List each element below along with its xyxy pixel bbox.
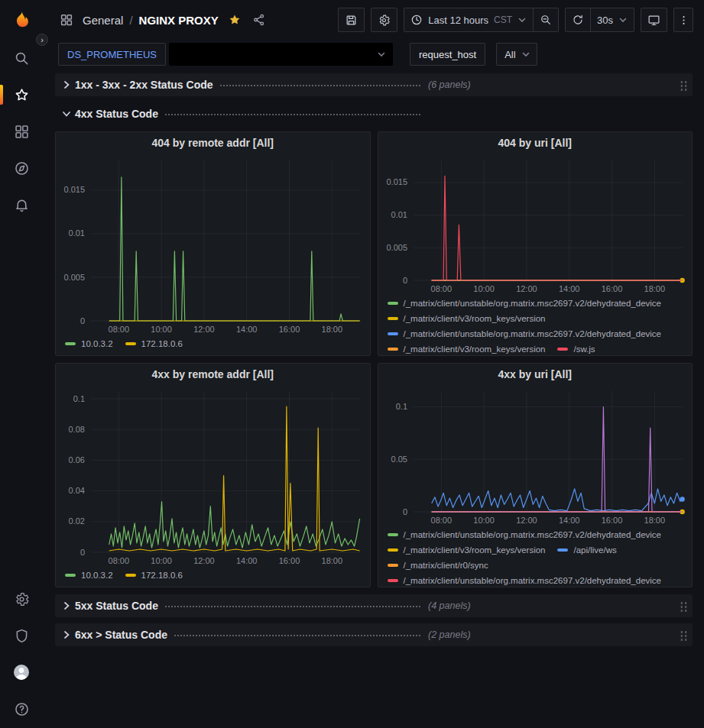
sidebar-item-help[interactable] [0, 691, 43, 727]
row-expand-button[interactable] [58, 597, 75, 614]
sidebar-item-starred[interactable] [0, 76, 43, 113]
time-series-plot[interactable]: 00.0050.010.01508:0010:0012:0014:0016:00… [56, 154, 370, 336]
row-drag-handle-icon[interactable] [680, 79, 688, 91]
chevron-down-icon [517, 15, 527, 24]
row-title[interactable]: 1xx - 3xx - 2xx Status Code [75, 79, 213, 91]
sidebar-item-server-admin[interactable] [0, 617, 43, 654]
row-panel-count: (4 panels) [428, 600, 471, 611]
legend-swatch [125, 342, 136, 345]
favorite-star-icon[interactable] [226, 11, 243, 28]
time-series-chart[interactable]: 00.0050.010.01508:0010:0012:0014:0016:00… [378, 154, 693, 296]
svg-text:10:00: 10:00 [151, 325, 172, 334]
legend-item[interactable]: /_matrix/client/unstable/org.matrix.msc2… [388, 296, 662, 311]
panel-title[interactable]: 4xx by remote addr [All] [56, 364, 370, 385]
panel-legend: /_matrix/client/unstable/org.matrix.msc2… [378, 527, 693, 587]
datasource-value-dropdown[interactable] [169, 43, 393, 66]
gear-icon [14, 591, 30, 607]
refresh-button[interactable] [565, 8, 591, 32]
row-title[interactable]: 6xx > Status Code [75, 629, 167, 641]
grafana-logo-icon [10, 9, 33, 32]
legend-item[interactable]: /_matrix/client/unstable/org.matrix.msc2… [388, 527, 662, 542]
zoom-out-time-button[interactable] [534, 8, 559, 32]
time-series-plot[interactable]: 00.050.108:0010:0012:0014:0016:0018:00 [378, 385, 693, 527]
kebab-menu-icon [678, 15, 689, 26]
sidebar-item-dashboards[interactable] [0, 113, 43, 150]
dashboard-row-4xx[interactable]: 4xx Status Code [55, 102, 693, 125]
breadcrumb-separator: / [129, 14, 132, 27]
legend-label: 10.0.3.2 [81, 571, 113, 580]
row-title[interactable]: 4xx Status Code [75, 108, 158, 120]
legend-item[interactable]: /_matrix/client/v3/room_keys/version [388, 341, 546, 355]
cycle-view-mode-button[interactable] [641, 8, 667, 32]
panel-title[interactable]: 404 by remote addr [All] [56, 132, 370, 154]
row-expand-button[interactable] [58, 76, 75, 93]
save-dashboard-button[interactable] [338, 8, 365, 32]
legend-item[interactable]: /_matrix/client/v3/room_keys/version [388, 542, 546, 558]
svg-text:0.1: 0.1 [73, 394, 85, 403]
sidebar-item-alerting[interactable] [0, 186, 43, 223]
legend-label: /_matrix/client/v3/room_keys/version [404, 314, 546, 323]
sidebar-expand-button[interactable]: › [36, 34, 48, 46]
time-series-chart[interactable]: 00.0050.010.01508:0010:0012:0014:0016:00… [56, 154, 370, 336]
svg-text:0.01: 0.01 [69, 228, 85, 238]
datasource-variable-label[interactable]: DS_PROMETHEUS [58, 43, 166, 66]
legend-label: /api/live/ws [573, 545, 616, 555]
row-drag-handle-icon[interactable] [680, 600, 688, 612]
svg-text:14:00: 14:00 [558, 516, 579, 525]
svg-text:16:00: 16:00 [279, 325, 300, 334]
sidebar-item-profile[interactable] [0, 654, 43, 691]
legend-item[interactable]: 10.0.3.2 [65, 336, 113, 351]
row-dotted-filler [220, 79, 420, 86]
legend-swatch [557, 348, 568, 351]
panel-3: 4xx by remote addr [All]00.020.040.060.0… [55, 363, 371, 587]
panel-title[interactable]: 4xx by uri [All] [378, 364, 693, 385]
time-series-plot[interactable]: 00.020.040.060.080.108:0010:0012:0014:00… [56, 385, 370, 568]
legend-item[interactable]: 172.18.0.6 [125, 568, 183, 583]
breadcrumb-section[interactable]: General [83, 14, 123, 27]
bell-icon [14, 197, 30, 213]
time-series-chart[interactable]: 00.020.040.060.080.108:0010:0012:0014:00… [56, 385, 370, 568]
svg-text:10:00: 10:00 [473, 516, 495, 525]
sidebar-item-settings[interactable] [0, 581, 43, 617]
more-options-button[interactable] [673, 8, 693, 32]
row-title[interactable]: 5xx Status Code [75, 600, 158, 612]
row-collapse-button[interactable] [58, 105, 75, 122]
legend-item[interactable]: 10.0.3.2 [65, 568, 113, 583]
share-icon[interactable] [251, 11, 268, 28]
legend-item[interactable]: /_matrix/client/v3/room_keys/version [388, 311, 546, 326]
legend-label: /_matrix/client/unstable/org.matrix.msc2… [404, 299, 662, 308]
chevron-right-icon [61, 600, 72, 611]
time-series-chart[interactable]: 00.050.108:0010:0012:0014:0016:0018:00 [378, 385, 693, 527]
dashboard-content: 1xx - 3xx - 2xx Status Code (6 panels) 4… [43, 70, 704, 728]
sidebar-item-search[interactable] [0, 40, 43, 76]
grafana-logo-button[interactable] [0, 2, 43, 40]
legend-item[interactable]: /_matrix/client/r0/sync [388, 558, 488, 573]
legend-label: /_matrix/client/unstable/org.matrix.msc2… [404, 329, 662, 338]
row-drag-handle-icon[interactable] [680, 629, 688, 641]
panel-legend: 10.0.3.2172.18.0.6 [56, 336, 370, 355]
legend-item[interactable]: /_matrix/client/unstable/org.matrix.msc2… [388, 573, 662, 587]
svg-text:0.05: 0.05 [391, 455, 407, 464]
row-expand-button[interactable] [58, 626, 75, 643]
refresh-interval-dropdown[interactable]: 30s [591, 8, 634, 32]
time-range-picker[interactable]: Last 12 hours CST [404, 8, 534, 32]
legend-label: /_matrix/client/v3/room_keys/version [404, 345, 546, 354]
legend-label: /sw.js [573, 345, 595, 354]
apps-grid-icon[interactable] [58, 11, 75, 28]
request-host-value-dropdown[interactable]: All [496, 43, 537, 66]
legend-label: /_matrix/client/v3/room_keys/version [404, 545, 546, 555]
dashboard-row-1xx-3xx-2xx[interactable]: 1xx - 3xx - 2xx Status Code (6 panels) [55, 73, 693, 96]
sidebar-item-explore[interactable] [0, 150, 43, 186]
dashboard-row-6xx[interactable]: 6xx > Status Code (2 panels) [55, 623, 693, 646]
legend-item[interactable]: /api/live/ws [557, 542, 616, 558]
svg-text:0.04: 0.04 [69, 486, 85, 495]
breadcrumb-dashboard-title[interactable]: NGINX PROXY [139, 14, 219, 27]
request-host-variable-label[interactable]: request_host [410, 43, 485, 66]
legend-item[interactable]: /_matrix/client/unstable/org.matrix.msc2… [388, 326, 662, 341]
panel-title[interactable]: 404 by uri [All] [378, 132, 693, 154]
time-series-plot[interactable]: 00.0050.010.01508:0010:0012:0014:0016:00… [378, 154, 693, 296]
legend-item[interactable]: /sw.js [557, 341, 595, 355]
dashboard-row-5xx[interactable]: 5xx Status Code (4 panels) [55, 594, 693, 617]
legend-item[interactable]: 172.18.0.6 [125, 336, 183, 351]
dashboard-settings-button[interactable] [371, 8, 397, 32]
